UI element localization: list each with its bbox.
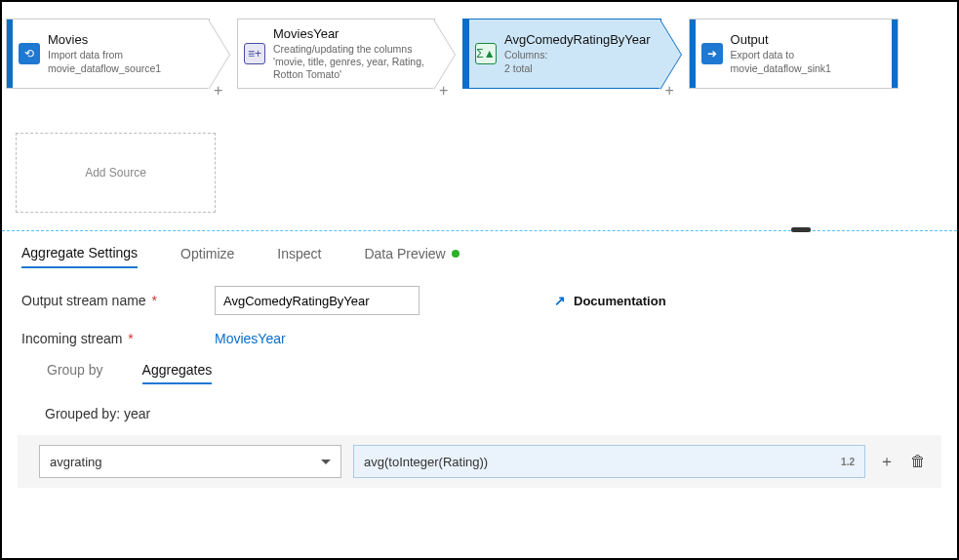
aggregate-expression-value: avg(toInteger(Rating))	[364, 455, 488, 469]
pane-divider[interactable]	[2, 230, 957, 231]
node-desc: Creating/updating the columns 'movie, ti…	[273, 43, 424, 81]
chevron-down-icon	[321, 460, 331, 464]
node-title: MoviesYear	[273, 26, 424, 41]
flow-canvas: ⟲ Movies Import data from movie_dataflow…	[2, 2, 957, 109]
output-stream-input[interactable]	[215, 286, 420, 315]
aggregate-subtabs: Group by Aggregates	[21, 362, 938, 384]
grouped-by-label: Grouped by: year	[21, 406, 938, 421]
label-text: Incoming stream	[21, 331, 122, 346]
output-stream-label: Output stream name *	[21, 293, 197, 308]
settings-tabs: Aggregate Settings Optimize Inspect Data…	[21, 245, 938, 268]
add-source-button[interactable]: Add Source	[16, 133, 216, 213]
add-branch-button[interactable]: +	[214, 82, 222, 100]
flow-node-moviesyear[interactable]: ≡+ MoviesYear Creating/updating the colu…	[237, 10, 462, 98]
add-branch-button[interactable]: +	[439, 82, 448, 100]
status-indicator-icon	[452, 250, 460, 258]
documentation-label: Documentation	[574, 294, 666, 308]
tab-aggregate-settings[interactable]: Aggregate Settings	[21, 245, 138, 268]
required-indicator: *	[124, 331, 133, 346]
flow-connector: +	[435, 10, 462, 98]
settings-pane: Aggregate Settings Optimize Inspect Data…	[2, 231, 957, 488]
node-desc: Columns: 2 total	[504, 49, 651, 74]
aggregate-icon: Σ▲	[475, 43, 497, 64]
pane-resize-handle[interactable]	[791, 227, 811, 232]
node-title: AvgComedyRatingByYear	[504, 32, 651, 47]
label-text: Output stream name	[21, 293, 146, 308]
flow-connector: +	[210, 10, 237, 98]
node-title: Output	[731, 32, 882, 47]
incoming-stream-value[interactable]: MoviesYear	[215, 331, 286, 346]
node-desc: Import data from movie_dataflow_source1	[48, 49, 199, 74]
tab-data-preview[interactable]: Data Preview	[364, 245, 459, 268]
source-icon: ⟲	[19, 43, 40, 64]
tab-inspect[interactable]: Inspect	[277, 245, 321, 268]
aggregate-row: avgrating avg(toInteger(Rating)) 1.2 ＋ 🗑	[18, 435, 941, 488]
flow-connector: +	[661, 10, 689, 98]
delete-aggregate-button[interactable]: 🗑	[908, 453, 928, 470]
expression-type-badge: 1.2	[841, 457, 855, 467]
subtab-aggregates[interactable]: Aggregates	[142, 362, 213, 384]
flow-node-output[interactable]: ➜ Output Export data to movie_dataflow_s…	[689, 10, 899, 98]
node-desc: Export data to movie_dataflow_sink1	[731, 49, 882, 74]
tab-optimize[interactable]: Optimize	[180, 245, 234, 268]
aggregate-column-value: avgrating	[50, 455, 101, 469]
node-handle[interactable]	[892, 20, 898, 88]
derived-column-icon: ≡+	[244, 43, 265, 64]
sink-icon: ➜	[701, 43, 723, 64]
external-link-icon: ↗	[554, 293, 566, 308]
subtab-group-by[interactable]: Group by	[47, 362, 103, 384]
node-desc-count: 2 total	[504, 62, 533, 74]
required-indicator: *	[148, 293, 157, 308]
aggregate-column-dropdown[interactable]: avgrating	[39, 445, 341, 478]
incoming-stream-label: Incoming stream *	[21, 331, 197, 346]
flow-node-avgcomedyratingbyyear[interactable]: Σ▲ AvgComedyRatingByYear Columns: 2 tota…	[462, 10, 689, 98]
flow-node-movies[interactable]: ⟲ Movies Import data from movie_dataflow…	[6, 10, 237, 98]
tab-label: Data Preview	[364, 246, 445, 261]
node-title: Movies	[48, 32, 199, 47]
aggregate-expression-input[interactable]: avg(toInteger(Rating)) 1.2	[353, 445, 865, 478]
node-desc-label: Columns:	[504, 49, 547, 60]
add-branch-button[interactable]: +	[665, 82, 674, 100]
add-aggregate-button[interactable]: ＋	[877, 452, 897, 472]
documentation-link[interactable]: ↗ Documentation	[554, 293, 666, 308]
